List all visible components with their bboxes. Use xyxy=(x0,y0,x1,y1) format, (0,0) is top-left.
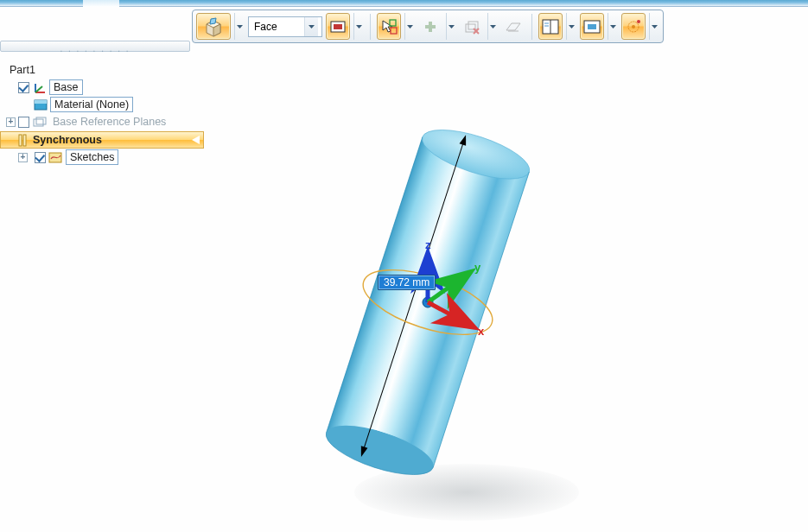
select-mode-dropdown[interactable] xyxy=(234,13,245,40)
tree-material-label: Material (None) xyxy=(50,97,133,112)
panes-icon xyxy=(542,19,559,35)
tree-item-ref-planes[interactable]: + Base Reference Planes xyxy=(0,113,207,130)
face-priority-button[interactable] xyxy=(326,13,350,40)
dimension-value-box[interactable]: 39.72 mm xyxy=(378,275,436,290)
expander-collapsed-icon[interactable]: + xyxy=(6,117,16,127)
svg-marker-33 xyxy=(652,25,658,28)
toolbar-separator xyxy=(531,14,532,40)
svg-line-36 xyxy=(35,86,42,92)
live-rules-button[interactable] xyxy=(621,13,646,40)
relate-fail-icon xyxy=(464,19,480,35)
live-rules-dropdown[interactable] xyxy=(649,13,659,40)
svg-marker-5 xyxy=(309,25,315,28)
add-relation-button[interactable] xyxy=(418,13,442,40)
triad-label-z: z xyxy=(425,238,431,251)
tree-ref-planes-label: Base Reference Planes xyxy=(49,115,169,129)
combo-caret-icon xyxy=(304,17,318,36)
triad-label-y: y xyxy=(474,261,481,274)
collapse-arrow-icon xyxy=(192,136,200,144)
face-rect-icon xyxy=(330,21,346,33)
checkbox-icon[interactable] xyxy=(35,152,46,163)
quick-toolbar: Face xyxy=(192,10,664,43)
svg-marker-14 xyxy=(449,25,455,28)
add-icon xyxy=(423,20,437,34)
svg-rect-9 xyxy=(390,20,396,26)
selection-filter-combo[interactable]: Face xyxy=(248,16,322,37)
plane-wire-button[interactable] xyxy=(501,13,525,40)
dimension-value: 39.72 mm xyxy=(384,276,429,288)
selection-manager-button[interactable] xyxy=(377,13,401,40)
svg-marker-20 xyxy=(506,23,520,30)
tree-item-material[interactable]: Material (None) xyxy=(0,96,207,113)
checkbox-icon[interactable] xyxy=(18,117,29,128)
svg-rect-15 xyxy=(466,24,475,32)
ribbon-accent xyxy=(0,0,808,7)
synchronous-icon xyxy=(15,133,29,147)
svg-marker-19 xyxy=(490,25,496,28)
checkbox-icon[interactable] xyxy=(18,82,29,93)
triad-label-x: x xyxy=(478,325,485,338)
model-viewport[interactable]: z y x 39.72 mm xyxy=(207,52,808,532)
tree-base-label: Base xyxy=(49,79,83,95)
toolbar-separator xyxy=(370,14,371,40)
tree-sketches-label: Sketches xyxy=(66,149,118,165)
svg-point-32 xyxy=(637,20,640,23)
svg-rect-38 xyxy=(35,100,47,104)
tree-root-label: Part1 xyxy=(6,63,39,77)
svg-rect-40 xyxy=(36,117,46,124)
tree-item-synchronous[interactable]: Synchronous xyxy=(0,131,204,149)
ribbon-accent-tab xyxy=(83,0,119,7)
svg-marker-11 xyxy=(407,25,413,28)
svg-marker-26 xyxy=(569,25,575,28)
svg-rect-28 xyxy=(588,24,596,29)
svg-point-31 xyxy=(632,25,635,28)
cube-icon xyxy=(201,16,226,37)
ref-planes-icon xyxy=(32,115,47,129)
relate-dropdown[interactable] xyxy=(487,13,498,40)
plane-wire-icon xyxy=(505,20,522,34)
tree-item-base[interactable]: Base xyxy=(0,79,207,96)
pathfinder-drag-handle[interactable]: . . . . . . . . . xyxy=(0,41,190,52)
drag-dots-icon: . . . . . . . . . xyxy=(60,44,130,54)
svg-rect-10 xyxy=(391,28,397,34)
selection-manager-icon xyxy=(380,18,398,35)
base-coordinate-icon xyxy=(32,80,47,94)
svg-rect-7 xyxy=(334,24,342,29)
svg-marker-29 xyxy=(610,25,616,28)
selection-filter-value: Face xyxy=(254,21,277,33)
add-relation-dropdown[interactable] xyxy=(446,13,456,40)
pathfinder-tree: Part1 Base Material (None) + Base R xyxy=(0,54,207,166)
persist-button[interactable] xyxy=(580,13,604,40)
panes-dropdown[interactable] xyxy=(566,13,576,40)
relate-button[interactable] xyxy=(460,13,484,40)
expander-collapsed-icon[interactable]: + xyxy=(18,153,28,162)
persist-icon xyxy=(583,20,601,34)
svg-marker-3 xyxy=(210,18,216,24)
svg-rect-41 xyxy=(19,135,22,146)
tree-root[interactable]: Part1 xyxy=(0,61,207,79)
live-rules-icon xyxy=(625,19,642,35)
select-mode-button[interactable] xyxy=(196,13,231,40)
svg-rect-13 xyxy=(425,25,436,28)
persist-dropdown[interactable] xyxy=(608,13,618,40)
panes-button[interactable] xyxy=(538,13,563,40)
svg-marker-8 xyxy=(356,25,362,28)
face-priority-dropdown[interactable] xyxy=(353,13,364,40)
tree-item-sketches[interactable]: + Sketches xyxy=(0,149,207,166)
selection-manager-dropdown[interactable] xyxy=(404,13,415,40)
sketches-icon xyxy=(48,150,63,164)
material-icon xyxy=(33,98,48,111)
svg-marker-4 xyxy=(237,25,243,28)
svg-rect-42 xyxy=(23,135,26,146)
svg-rect-16 xyxy=(468,22,478,29)
svg-rect-39 xyxy=(34,119,43,126)
tree-synchronous-label: Synchronous xyxy=(29,133,105,147)
model-shadow xyxy=(354,464,579,521)
